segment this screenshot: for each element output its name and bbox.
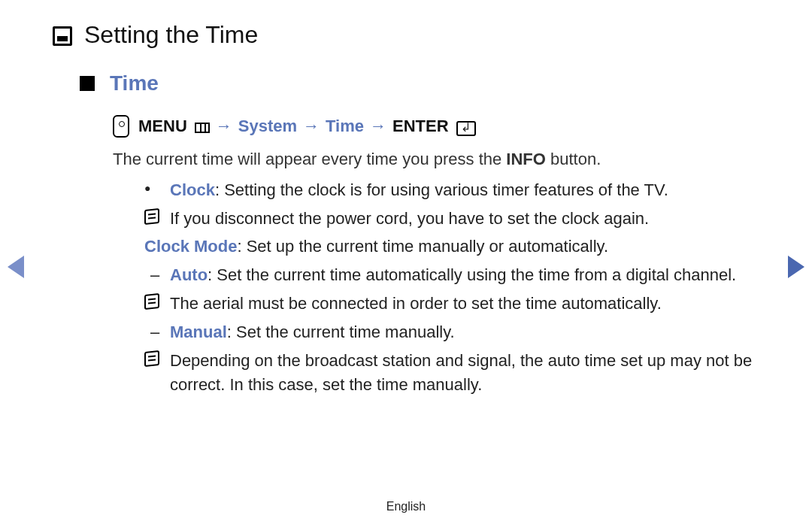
auto-label: Auto xyxy=(170,265,208,284)
manual-note: Depending on the broadcast station and s… xyxy=(144,349,759,397)
auto-note-text: The aerial must be connected in order to… xyxy=(170,294,662,313)
nav-next-icon[interactable] xyxy=(788,256,804,278)
manual-item: Manual: Set the current time manually. xyxy=(144,320,759,344)
path-time: Time xyxy=(326,117,364,136)
enter-icon xyxy=(456,121,476,136)
note-icon xyxy=(144,208,159,225)
intro-text: The current time will appear every time … xyxy=(113,148,759,171)
clock-note: If you disconnect the power cord, you ha… xyxy=(144,207,759,231)
path-system: System xyxy=(238,117,297,136)
arrow-icon: → xyxy=(370,117,386,136)
arrow-icon: → xyxy=(216,117,232,136)
clock-label: Clock xyxy=(170,180,215,199)
content-list: Clock: Setting the clock is for using va… xyxy=(144,178,759,397)
note-icon xyxy=(144,293,159,310)
auto-item: Auto: Set the current time automatically… xyxy=(144,263,759,287)
note-icon xyxy=(144,350,159,367)
manual-note-text: Depending on the broadcast station and s… xyxy=(170,351,752,394)
clock-item: Clock: Setting the clock is for using va… xyxy=(144,178,759,202)
intro-pre: The current time will appear every time … xyxy=(113,150,506,168)
section-row: Time xyxy=(80,71,759,95)
nav-prev-icon[interactable] xyxy=(8,256,24,278)
manual-label: Manual xyxy=(170,323,227,341)
footer-language: English xyxy=(0,500,812,513)
manual-desc: : Set the current time manually. xyxy=(227,323,455,341)
enter-label: ENTER xyxy=(392,117,449,136)
intro-bold: INFO xyxy=(506,150,546,168)
book-icon xyxy=(53,26,72,46)
intro-post: button. xyxy=(546,150,601,168)
menu-icon xyxy=(195,123,210,133)
page-title-row: Setting the Time xyxy=(53,21,759,49)
page-title: Setting the Time xyxy=(84,21,258,49)
section-title: Time xyxy=(110,71,159,95)
arrow-icon: → xyxy=(303,117,320,136)
remote-icon xyxy=(113,115,129,138)
menu-label: MENU xyxy=(138,117,187,136)
clockmode-desc: : Set up the current time manually or au… xyxy=(237,237,608,256)
auto-desc: : Set the current time automatically usi… xyxy=(208,265,736,284)
clock-desc: : Setting the clock is for using various… xyxy=(215,180,668,199)
menu-path: MENU → System → Time → ENTER xyxy=(113,115,759,138)
clockmode-label: Clock Mode xyxy=(144,237,237,256)
clockmode-item: Clock Mode: Set up the current time manu… xyxy=(144,235,759,259)
clock-note-text: If you disconnect the power cord, you ha… xyxy=(170,209,649,228)
manual-page: Setting the Time Time MENU → System → Ti… xyxy=(0,0,812,397)
square-bullet-icon xyxy=(80,76,95,91)
auto-note: The aerial must be connected in order to… xyxy=(144,292,759,316)
